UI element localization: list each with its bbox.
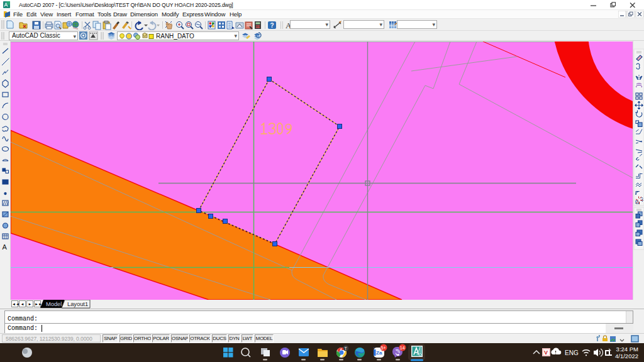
svg-text:?: ?: [270, 22, 274, 29]
svg-text:Za: Za: [376, 350, 382, 356]
svg-text:Model: Model: [46, 301, 62, 307]
svg-text:5+: 5+: [381, 346, 386, 350]
svg-text:A: A: [3, 243, 8, 251]
svg-text:Layout1: Layout1: [67, 301, 88, 307]
svg-text:ENG: ENG: [565, 349, 579, 356]
svg-text:V: V: [544, 349, 548, 356]
svg-text:14: 14: [400, 346, 405, 350]
svg-text:T: T: [345, 346, 348, 351]
